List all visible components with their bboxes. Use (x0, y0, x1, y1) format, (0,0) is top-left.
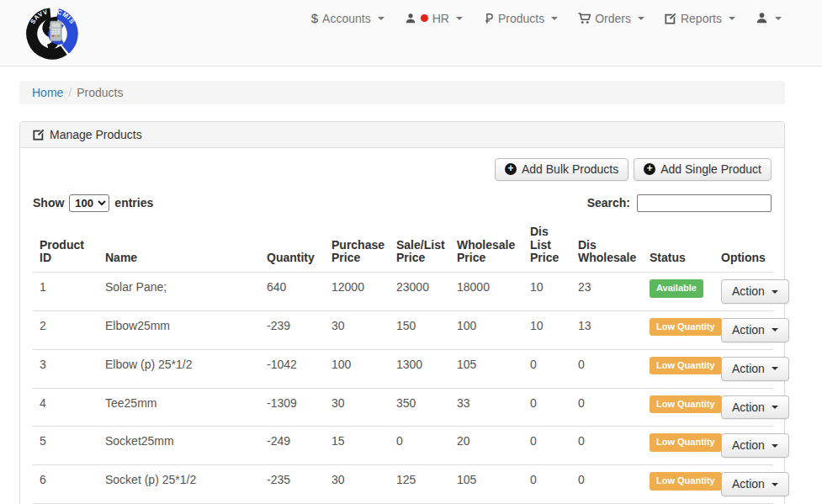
add-bulk-products-button[interactable]: + Add Bulk Products (495, 158, 628, 181)
breadcrumb-separator: / (63, 86, 77, 99)
nav-item-products[interactable]: Products (473, 0, 568, 36)
search-control: Search: (587, 194, 772, 212)
chevron-down-icon (772, 328, 778, 332)
cell-purchase-price: 30 (325, 465, 390, 504)
notification-dot-icon (421, 14, 428, 22)
action-dropdown-button[interactable]: Action (721, 433, 789, 458)
cell-status: Low Quantity (643, 465, 714, 504)
chevron-down-icon (551, 17, 558, 20)
header-dis-wholesale[interactable]: Dis Wholesale (571, 219, 643, 273)
cell-sale-list-price: 1300 (390, 349, 450, 388)
cell-name: Elbow25mm (98, 311, 260, 350)
cell-dis-list-price: 10 (523, 273, 571, 311)
action-dropdown-button[interactable]: Action (721, 395, 789, 420)
cell-sale-list-price: 350 (390, 388, 450, 427)
action-label: Action (732, 401, 765, 415)
cell-product-id: 3 (33, 349, 98, 388)
cell-sale-list-price: 0 (390, 427, 450, 465)
status-badge: Low Quantity (650, 357, 722, 374)
chevron-down-icon (772, 290, 778, 294)
savvy-cmis-logo-icon: SAVVY CMIS (26, 7, 78, 61)
action-dropdown-button[interactable]: Action (721, 279, 789, 304)
user-icon (756, 12, 768, 24)
dollar-icon: $ (311, 11, 318, 25)
add-single-product-label: Add Single Product (660, 162, 761, 177)
table-row: 6 Socket (p) 25*1/2 -235 30 125 105 0 0 … (33, 465, 773, 504)
nav-item-reports[interactable]: Reports (655, 0, 745, 36)
cell-sale-list-price: 125 (390, 465, 450, 504)
chevron-down-icon (378, 17, 384, 20)
pos-terminal-icon (50, 21, 62, 41)
status-badge: Low Quantity (650, 472, 722, 490)
chevron-down-icon (772, 367, 778, 370)
cell-dis-list-price: 10 (523, 311, 571, 350)
cell-wholesale-price: 100 (450, 311, 523, 350)
cell-status: Low Quantity (643, 388, 714, 427)
cell-dis-list-price: 0 (523, 465, 571, 504)
panel-title: Manage Products (50, 128, 142, 141)
header-dis-list-price[interactable]: Dis List Price (523, 219, 571, 273)
cell-wholesale-price: 105 (450, 349, 523, 388)
cell-status: Low Quantity (643, 349, 714, 388)
cell-wholesale-price: 33 (450, 388, 523, 427)
action-label: Action (732, 362, 765, 376)
cell-product-id: 6 (33, 465, 98, 504)
manage-products-panel: Manage Products + Add Bulk Products + Ad… (19, 121, 785, 504)
cell-name: Solar Pane; (98, 273, 260, 311)
header-status[interactable]: Status (643, 219, 714, 273)
header-purchase-price[interactable]: Purchase Price (325, 219, 390, 273)
header-name[interactable]: Name (98, 219, 260, 273)
action-label: Action (732, 438, 765, 453)
header-quantity[interactable]: Quantity (260, 219, 325, 273)
breadcrumb-current: Products (77, 86, 123, 99)
cell-quantity: -1309 (260, 388, 325, 427)
chevron-down-icon (456, 17, 463, 20)
nav-item-label: HR (432, 12, 449, 25)
edit-square-icon (665, 13, 676, 24)
cell-status: Low Quantity (643, 427, 714, 465)
cell-options: Action (714, 465, 773, 504)
cell-options: Action (714, 349, 773, 388)
action-dropdown-button[interactable]: Action (721, 318, 789, 342)
action-dropdown-button[interactable]: Action (721, 472, 789, 496)
breadcrumb-home-link[interactable]: Home (32, 86, 63, 99)
cell-options: Action (714, 273, 773, 311)
cell-quantity: -239 (260, 311, 325, 350)
header-wholesale-price[interactable]: Wholesale Price (450, 219, 523, 273)
ruble-icon (483, 13, 494, 24)
nav-item-label: Accounts (322, 12, 371, 25)
cell-wholesale-price: 20 (450, 427, 523, 465)
cell-options: Action (714, 311, 773, 350)
add-single-product-button[interactable]: + Add Single Product (634, 158, 772, 181)
table-row: 5 Socket25mm -249 15 0 20 0 0 Low Quanti… (33, 427, 773, 465)
header-product-id[interactable]: Product ID (33, 219, 98, 273)
brand-logo[interactable]: SAVVY CMIS (26, 7, 78, 61)
cell-product-id: 2 (33, 311, 98, 350)
action-dropdown-button[interactable]: Action (721, 357, 789, 381)
cell-name: Socket25mm (98, 427, 260, 465)
chevron-down-icon (638, 17, 644, 20)
header-options[interactable]: Options (714, 219, 773, 273)
status-badge: Low Quantity (650, 318, 722, 336)
nav-item-user-menu[interactable] (745, 0, 792, 36)
cell-product-id: 5 (33, 427, 98, 465)
cell-dis-list-price: 0 (523, 349, 571, 388)
cell-dis-wholesale: 13 (571, 311, 643, 350)
entries-label: entries (114, 196, 153, 210)
header-sale-list-price[interactable]: Sale/List Price (390, 219, 450, 273)
cell-options: Action (714, 388, 773, 427)
action-label: Action (732, 477, 765, 491)
cell-name: Elbow (p) 25*1/2 (98, 349, 260, 388)
search-input[interactable] (637, 194, 772, 212)
cell-options: Action (714, 427, 773, 465)
products-table: Product ID Name Quantity Purchase Price … (33, 219, 773, 504)
cell-product-id: 4 (33, 388, 98, 427)
action-label: Action (732, 284, 765, 299)
entries-select[interactable]: 100 (69, 194, 109, 212)
cell-wholesale-price: 105 (450, 465, 523, 504)
nav-item-hr[interactable]: HR (395, 0, 473, 36)
nav-item-orders[interactable]: Orders (568, 0, 655, 36)
table-row: 4 Tee25mm -1309 30 350 33 0 0 Low Quanti… (33, 388, 773, 427)
cell-sale-list-price: 23000 (390, 273, 450, 311)
nav-item-accounts[interactable]: $ Accounts (301, 0, 395, 36)
